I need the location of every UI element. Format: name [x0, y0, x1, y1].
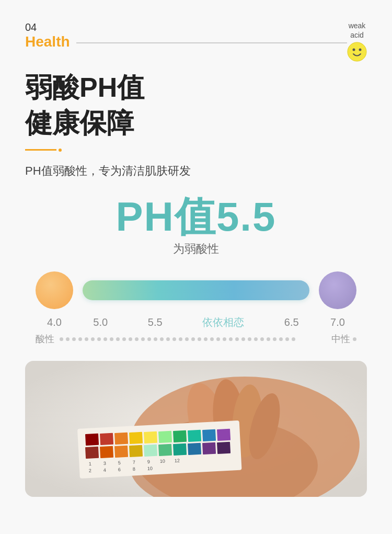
label-4: 4.0: [36, 316, 73, 328]
page: 04 Health weak acid 弱酸PH值 健康保障: [0, 0, 392, 534]
ph-scale-section: 4.0 5.0 5.5 依依相恋 6.5 7.0 酸性 中性: [30, 271, 362, 345]
labels-middle: 5.0 5.5 依依相恋 6.5: [73, 315, 319, 330]
svg-rect-17: [158, 431, 172, 443]
svg-point-1: [353, 49, 355, 51]
ph-dot: [254, 337, 258, 341]
svg-rect-12: [85, 434, 99, 446]
main-title-line2: 健康保障: [25, 106, 367, 141]
subtitle: PH值弱酸性，专为清洁肌肤研发: [25, 163, 367, 179]
last-dot: [353, 337, 356, 341]
svg-text:6: 6: [118, 467, 121, 472]
ph-dot: [147, 337, 151, 341]
ph-dot: [172, 337, 176, 341]
ph-dot: [241, 337, 245, 341]
svg-rect-18: [173, 430, 187, 442]
ph-dot: [279, 337, 283, 341]
svg-rect-13: [100, 433, 113, 445]
ph-dot: [160, 337, 164, 341]
ph-dot: [103, 337, 107, 341]
header-section: 04 Health weak acid: [25, 21, 367, 62]
deco-dot: [59, 149, 62, 152]
label-5: 5.0: [93, 316, 108, 328]
ph-dot: [85, 337, 88, 341]
svg-rect-23: [100, 446, 113, 458]
ph-dot: [66, 337, 70, 341]
ph-dot: [248, 337, 251, 341]
svg-rect-24: [114, 446, 128, 458]
svg-rect-22: [85, 447, 99, 459]
svg-text:9: 9: [147, 459, 151, 464]
ph-sub-label: 为弱酸性: [25, 241, 367, 257]
svg-text:8: 8: [133, 467, 136, 472]
ph-dot: [60, 337, 63, 341]
deco-bar: [25, 149, 56, 151]
ph-dot: [185, 337, 189, 341]
ph-dot: [260, 337, 264, 341]
ph-dot: [97, 337, 101, 341]
ph-dot: [179, 337, 182, 341]
ph-dot: [223, 337, 226, 341]
ph-dot: [116, 337, 120, 341]
ph-dot: [91, 337, 95, 341]
section-title-row: Health: [25, 33, 347, 50]
svg-rect-29: [188, 443, 201, 455]
svg-rect-27: [158, 444, 172, 456]
weak-acid-badge: weak acid: [347, 21, 367, 62]
label-5-5: 5.5: [148, 316, 163, 328]
svg-text:4: 4: [103, 468, 107, 473]
ph-circles-bar-row: [30, 271, 362, 309]
ph-dot: [78, 337, 82, 341]
svg-point-0: [348, 42, 366, 61]
photo-section: 1 3 5 7 9 10 12 2 4 6 8 10: [25, 361, 367, 497]
ph-labels-row: 4.0 5.0 5.5 依依相恋 6.5 7.0: [30, 315, 362, 330]
health-label: Health: [25, 33, 70, 50]
ph-dot: [122, 337, 126, 341]
ph-dot: [141, 337, 145, 341]
ph-value: PH值5.5: [25, 195, 367, 240]
ph-dot: [235, 337, 239, 341]
svg-rect-30: [202, 442, 216, 455]
ph-dot: [129, 337, 132, 341]
ph-dot: [216, 337, 220, 341]
section-number: 04: [25, 21, 347, 33]
svg-rect-21: [217, 429, 230, 441]
ph-dot: [229, 337, 233, 341]
ph-dot: [110, 337, 113, 341]
ph-dot: [292, 337, 295, 341]
ph-dot: [191, 337, 195, 341]
label-yiyi: 依依相恋: [202, 315, 244, 330]
ph-strip-photo: 1 3 5 7 9 10 12 2 4 6 8 10: [25, 361, 367, 497]
svg-text:10: 10: [160, 459, 166, 464]
ph-dot: [273, 337, 276, 341]
svg-rect-20: [202, 429, 216, 441]
ph-dot: [285, 337, 289, 341]
main-title-line1: 弱酸PH值: [25, 70, 367, 106]
main-title: 弱酸PH值 健康保障: [25, 70, 367, 141]
svg-rect-19: [188, 430, 201, 442]
weak-acid-text: weak acid: [349, 21, 366, 40]
svg-text:3: 3: [103, 461, 107, 466]
ph-dot: [72, 337, 76, 341]
ph-dots-container: [60, 337, 326, 341]
ph-circle-left: [36, 271, 73, 309]
svg-rect-31: [217, 442, 230, 454]
acid-label: 酸性: [36, 333, 54, 345]
header-divider: [76, 42, 347, 43]
svg-rect-26: [144, 445, 157, 457]
ph-dot: [210, 337, 214, 341]
ph-dot: [135, 337, 139, 341]
svg-rect-25: [129, 445, 143, 457]
smiley-icon: [347, 42, 367, 62]
svg-rect-14: [114, 433, 128, 445]
deco-line: [25, 149, 367, 152]
label-7: 7.0: [319, 316, 356, 328]
svg-rect-15: [129, 432, 143, 444]
svg-text:7: 7: [133, 460, 136, 465]
ph-bar-container: [83, 280, 309, 300]
neutral-label: 中性: [331, 333, 350, 345]
svg-point-2: [359, 49, 362, 51]
ph-display: PH值5.5 为弱酸性: [25, 195, 367, 257]
svg-text:12: 12: [175, 458, 180, 464]
ph-dot: [166, 337, 170, 341]
svg-text:2: 2: [89, 468, 92, 473]
